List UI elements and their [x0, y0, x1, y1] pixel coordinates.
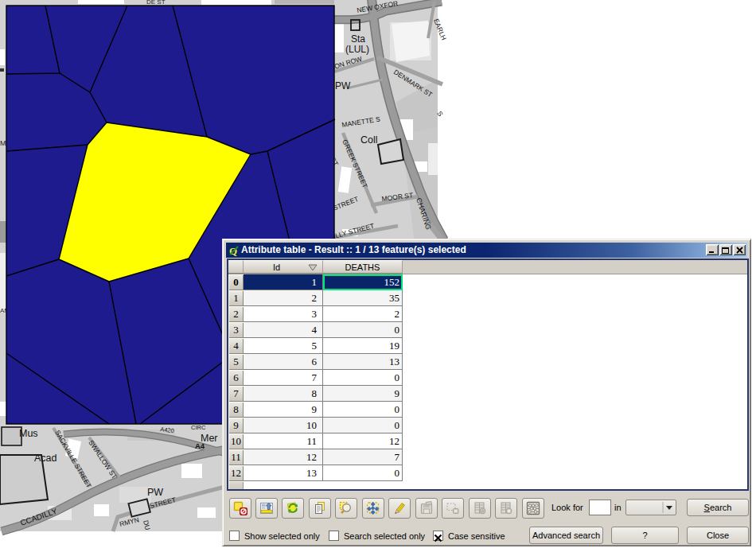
svg-text:M: M	[0, 139, 6, 147]
svg-text:Mer: Mer	[201, 433, 218, 444]
svg-text:DE ST: DE ST	[146, 0, 166, 6]
svg-text:Coll: Coll	[360, 134, 378, 146]
svg-text:Mus: Mus	[19, 428, 38, 439]
svg-text:(LUL): (LUL)	[345, 44, 369, 55]
svg-text:CIRC: CIRC	[191, 424, 206, 431]
svg-text:Acad: Acad	[34, 453, 57, 464]
svg-text:PW: PW	[335, 80, 351, 91]
svg-text:Sta: Sta	[351, 33, 365, 45]
svg-text:PW: PW	[147, 487, 163, 498]
